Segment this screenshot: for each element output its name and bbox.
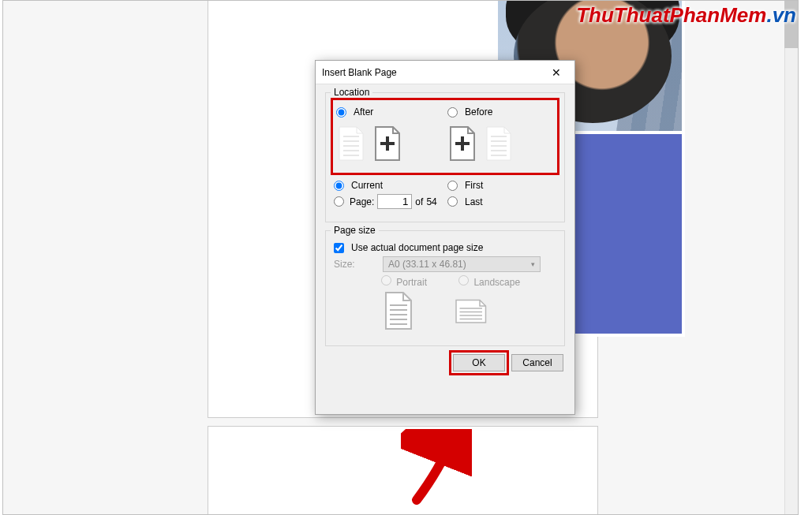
radio-last-label: Last xyxy=(465,196,483,207)
dialog-buttons: OK Cancel xyxy=(316,346,574,379)
ok-button[interactable]: OK xyxy=(453,354,505,371)
radio-current-label: Current xyxy=(351,180,383,191)
landscape-icon xyxy=(454,291,487,333)
portrait-icon xyxy=(381,291,414,333)
checkbox-use-actual[interactable]: Use actual document page size xyxy=(334,242,556,253)
size-combobox[interactable]: A0 (33.11 x 46.81) ▾ xyxy=(383,256,541,272)
radio-before-label: Before xyxy=(465,106,492,118)
after-illustration xyxy=(336,125,443,162)
dialog-titlebar[interactable]: Insert Blank Page ✕ xyxy=(316,61,574,84)
annotation-arrow-icon xyxy=(401,429,472,508)
insert-blank-page-dialog: Insert Blank Page ✕ Location After Befor… xyxy=(315,60,575,415)
pagesize-group: Page size Use actual document page size … xyxy=(325,230,565,346)
radio-first[interactable]: First xyxy=(447,180,556,191)
cancel-button[interactable]: Cancel xyxy=(511,354,563,371)
size-value: A0 (33.11 x 46.81) xyxy=(388,259,466,270)
checkbox-use-actual-label: Use actual document page size xyxy=(351,242,483,253)
radio-page-label: Page: xyxy=(350,196,374,207)
radio-last-input[interactable] xyxy=(447,196,458,207)
chevron-down-icon: ▾ xyxy=(531,260,535,268)
checkbox-use-actual-input[interactable] xyxy=(334,243,344,253)
radio-current-input[interactable] xyxy=(334,181,344,191)
page-plus-icon xyxy=(372,125,402,162)
scrollbar-vertical[interactable] xyxy=(784,1,798,514)
radio-after-input[interactable] xyxy=(336,107,346,118)
radio-page-input[interactable] xyxy=(334,196,344,207)
radio-landscape-input xyxy=(458,275,469,285)
radio-landscape-label: Landscape xyxy=(473,277,520,288)
page-plus-icon xyxy=(447,125,477,162)
page-number-input[interactable] xyxy=(377,194,412,209)
before-illustration xyxy=(447,125,554,162)
dialog-title: Insert Blank Page xyxy=(322,67,544,78)
page-of-label: of xyxy=(415,196,423,207)
location-legend: Location xyxy=(331,87,372,98)
radio-portrait-label: Portrait xyxy=(396,277,427,288)
radio-portrait: Portrait xyxy=(381,275,427,288)
close-icon[interactable]: ✕ xyxy=(544,66,568,79)
watermark: ThuThuatPhanMem.vn xyxy=(576,3,796,28)
radio-portrait-input xyxy=(381,275,391,285)
highlight-location-box: After Before xyxy=(331,98,559,175)
size-label: Size: xyxy=(334,259,378,270)
radio-first-input[interactable] xyxy=(447,181,458,191)
radio-page[interactable]: Page: of 54 xyxy=(334,194,443,209)
radio-before[interactable]: Before xyxy=(447,106,554,118)
page-total: 54 xyxy=(426,196,436,207)
radio-before-input[interactable] xyxy=(447,107,458,118)
radio-first-label: First xyxy=(465,180,483,191)
radio-last[interactable]: Last xyxy=(447,196,556,207)
location-group: Location After Before xyxy=(325,92,565,222)
radio-current[interactable]: Current xyxy=(334,180,443,191)
page-existing-icon xyxy=(336,125,366,162)
radio-after[interactable]: After xyxy=(336,106,443,118)
radio-landscape: Landscape xyxy=(458,275,520,288)
page-existing-icon xyxy=(484,125,514,162)
radio-after-label: After xyxy=(354,106,373,118)
pagesize-legend: Page size xyxy=(331,225,379,236)
watermark-main: ThuThuatPhanMem xyxy=(576,3,766,27)
watermark-suffix: .vn xyxy=(766,3,796,27)
